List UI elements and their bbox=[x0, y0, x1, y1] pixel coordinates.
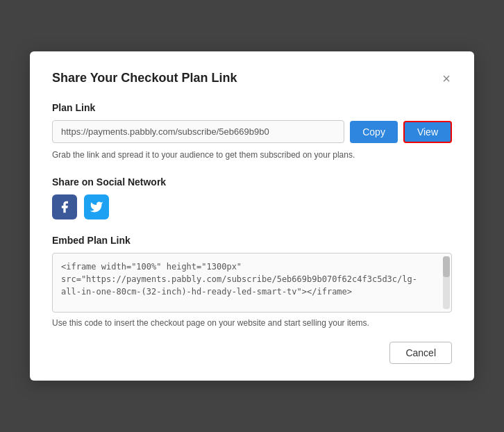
view-button[interactable]: View bbox=[403, 121, 452, 143]
plan-link-section: Plan Link Copy View Grab the link and sp… bbox=[52, 102, 452, 161]
plan-link-input[interactable] bbox=[52, 120, 344, 143]
share-modal: Share Your Checkout Plan Link × Plan Lin… bbox=[30, 51, 474, 381]
facebook-icon[interactable] bbox=[52, 194, 77, 219]
social-section: Share on Social Network bbox=[52, 176, 452, 219]
copy-button[interactable]: Copy bbox=[350, 121, 398, 143]
embed-textarea-wrapper: <iframe width="100%" height="1300px" src… bbox=[52, 253, 452, 313]
modal-header: Share Your Checkout Plan Link × bbox=[52, 71, 452, 85]
scrollbar-thumb bbox=[443, 256, 450, 277]
social-label: Share on Social Network bbox=[52, 176, 452, 188]
plan-link-label: Plan Link bbox=[52, 102, 452, 113]
cancel-button[interactable]: Cancel bbox=[389, 342, 452, 364]
plan-link-row: Copy View bbox=[52, 120, 452, 143]
scrollbar bbox=[443, 256, 450, 309]
modal-footer: Cancel bbox=[52, 342, 452, 364]
embed-label: Embed Plan Link bbox=[52, 235, 452, 246]
plan-link-hint: Grab the link and spread it to your audi… bbox=[52, 149, 452, 161]
modal-title: Share Your Checkout Plan Link bbox=[52, 71, 237, 85]
twitter-icon[interactable] bbox=[84, 194, 109, 219]
social-row bbox=[52, 194, 452, 219]
embed-hint: Use this code to insert the checkout pag… bbox=[52, 318, 452, 328]
embed-section: Embed Plan Link <iframe width="100%" hei… bbox=[52, 235, 452, 328]
embed-textarea[interactable]: <iframe width="100%" height="1300px" src… bbox=[53, 254, 451, 309]
close-button[interactable]: × bbox=[441, 72, 452, 85]
